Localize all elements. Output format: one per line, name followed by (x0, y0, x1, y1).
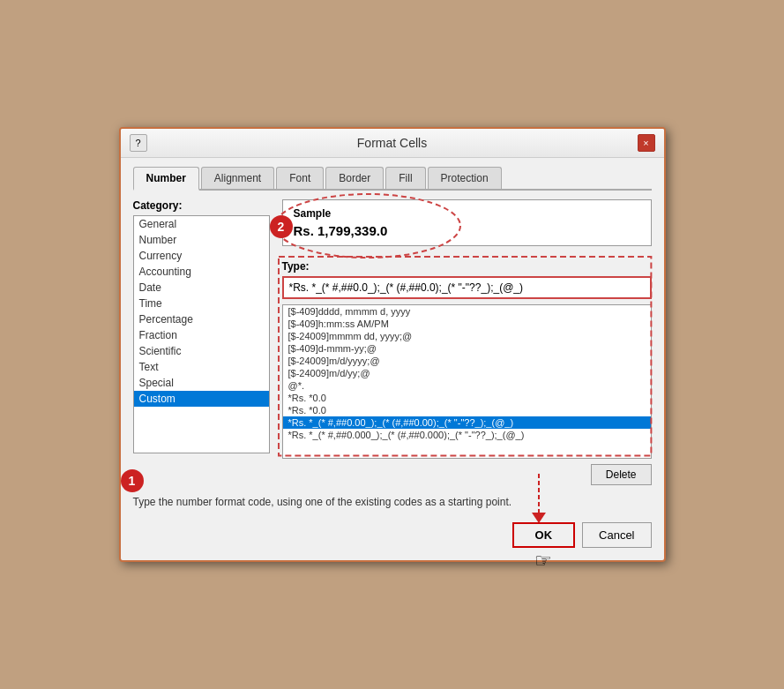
category-item-accounting[interactable]: Accounting (134, 264, 269, 280)
format-item-10[interactable]: *Rs. *_(* #,##0.000_);_(* (#,##0.000);_(… (283, 429, 651, 441)
format-cells-dialog: ? Format Cells × Number Alignment Font B… (119, 127, 666, 562)
cancel-button[interactable]: Cancel (582, 522, 651, 548)
right-panel: Sample Rs. 1,799,339.0 2 Type: (282, 199, 652, 485)
sample-section: Sample Rs. 1,799,339.0 (282, 199, 652, 246)
category-item-general[interactable]: General (134, 216, 269, 232)
category-item-text[interactable]: Text (134, 359, 269, 375)
sample-label: Sample (294, 207, 640, 220)
tab-alignment[interactable]: Alignment (201, 167, 274, 189)
category-list[interactable]: General Number Currency Accounting Date … (133, 215, 270, 453)
tab-protection[interactable]: Protection (428, 167, 502, 189)
type-label: Type: (282, 260, 652, 273)
tab-bar: Number Alignment Font Border Fill Protec… (133, 167, 652, 191)
format-item-1[interactable]: [$-409]h:mm:ss AM/PM (283, 318, 651, 330)
delete-button[interactable]: Delete (591, 464, 652, 485)
annotation-badge-1: 1 (121, 469, 144, 492)
hint-text: Type the number format code, using one o… (133, 496, 652, 508)
dialog-title: Format Cells (147, 136, 638, 150)
format-item-0[interactable]: [$-409]dddd, mmmm d, yyyy (283, 305, 651, 318)
category-item-fraction[interactable]: Fraction (134, 327, 269, 343)
tab-number[interactable]: Number (133, 167, 199, 191)
category-item-custom[interactable]: Custom (134, 391, 269, 407)
format-item-6[interactable]: @*. (283, 379, 651, 392)
title-left-controls: ? (130, 134, 147, 152)
dialog-titlebar: ? Format Cells × (121, 129, 664, 158)
footer-buttons: OK ☞ Cancel (133, 522, 652, 548)
delete-btn-row: Delete (282, 464, 652, 485)
format-item-9[interactable]: *Rs. *_(* #,##0.00_);_(* (#,##0.00);_(* … (283, 416, 651, 429)
category-item-number[interactable]: Number (134, 232, 269, 248)
category-item-special[interactable]: Special (134, 375, 269, 391)
left-panel: Category: General Number Currency Accoun… (133, 199, 270, 485)
format-item-2[interactable]: [$-24009]mmmm dd, yyyy;@ (283, 330, 651, 342)
category-item-percentage[interactable]: Percentage (134, 311, 269, 327)
dialog-body: Number Alignment Font Border Fill Protec… (121, 158, 664, 560)
close-button[interactable]: × (638, 134, 655, 152)
dialog-wrapper: ? Format Cells × Number Alignment Font B… (0, 0, 784, 689)
format-list[interactable]: [$-409]dddd, mmmm d, yyyy [$-409]h:mm:ss… (282, 304, 652, 459)
format-item-5[interactable]: [$-24009]m/d/yy;@ (283, 367, 651, 379)
format-item-3[interactable]: [$-409]d-mmm-yy;@ (283, 342, 651, 355)
sample-value: Rs. 1,799,339.0 (294, 223, 640, 238)
tab-border[interactable]: Border (325, 167, 384, 189)
format-item-7[interactable]: *Rs. *0.0 (283, 392, 651, 404)
category-item-date[interactable]: Date (134, 280, 269, 296)
annotation-badge-2: 2 (270, 215, 293, 238)
tab-font[interactable]: Font (276, 167, 324, 189)
cursor-hand-icon: ☞ (534, 550, 552, 573)
help-button[interactable]: ? (130, 134, 147, 152)
category-item-time[interactable]: Time (134, 296, 269, 311)
title-right-controls: × (638, 134, 655, 152)
type-input-wrapper (282, 276, 652, 299)
format-item-4[interactable]: [$-24009]m/d/yyyy;@ (283, 355, 651, 367)
format-item-8[interactable]: *Rs. *0.0 (283, 404, 651, 416)
content-area: Category: General Number Currency Accoun… (133, 199, 652, 485)
category-label: Category: (133, 199, 270, 212)
ok-button[interactable]: OK (512, 522, 576, 548)
tab-fill[interactable]: Fill (385, 167, 425, 189)
type-input[interactable] (282, 276, 652, 299)
category-item-currency[interactable]: Currency (134, 248, 269, 264)
category-item-scientific[interactable]: Scientific (134, 343, 269, 359)
